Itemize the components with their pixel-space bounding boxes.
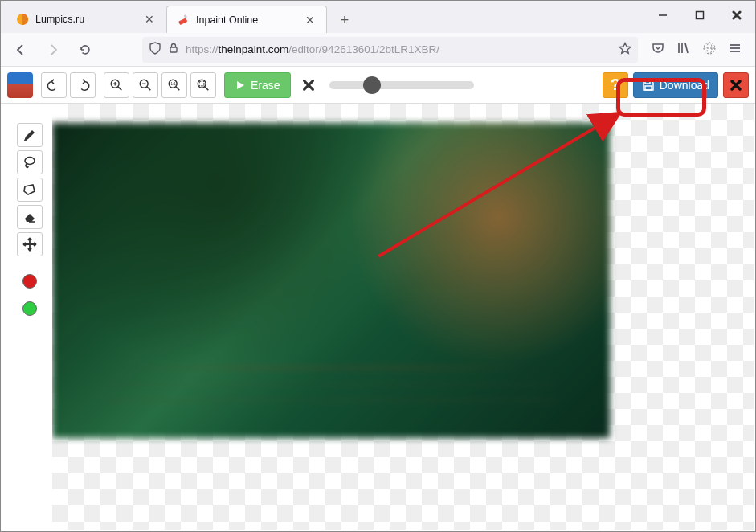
svg-line-15 bbox=[118, 86, 122, 90]
bookmark-star-icon[interactable] bbox=[619, 42, 631, 57]
svg-point-24 bbox=[198, 80, 206, 88]
undo-button[interactable] bbox=[41, 72, 67, 98]
zoom-actual-button[interactable]: 1:1 bbox=[161, 72, 187, 98]
canvas-area[interactable] bbox=[52, 104, 754, 530]
save-icon bbox=[642, 79, 655, 92]
svg-point-8 bbox=[704, 43, 715, 54]
svg-rect-29 bbox=[645, 80, 650, 84]
url-bar[interactable]: https://theinpaint.com/editor/942613601/… bbox=[142, 37, 638, 63]
play-icon bbox=[235, 80, 246, 91]
eraser-tool-button[interactable] bbox=[17, 205, 43, 229]
library-icon[interactable] bbox=[676, 41, 691, 59]
green-dot-icon bbox=[22, 301, 37, 316]
svg-text:1:1: 1:1 bbox=[171, 82, 177, 86]
lasso-tool-button[interactable] bbox=[17, 150, 43, 174]
hamburger-menu-icon[interactable] bbox=[728, 41, 742, 59]
window-close-button[interactable] bbox=[718, 1, 755, 30]
window-minimize-button[interactable] bbox=[644, 1, 681, 30]
url-protocol: https:// bbox=[186, 43, 219, 55]
polygon-tool-button[interactable] bbox=[17, 178, 43, 202]
zoom-in-button[interactable] bbox=[104, 72, 129, 98]
svg-rect-4 bbox=[697, 12, 704, 19]
nav-forward-button[interactable] bbox=[41, 38, 65, 62]
erase-button[interactable]: Erase bbox=[224, 72, 291, 98]
url-domain: theinpaint.com bbox=[219, 43, 289, 55]
favicon-inpaint bbox=[177, 14, 190, 27]
extension-globe-icon[interactable] bbox=[702, 41, 717, 59]
browser-tab-lumpics[interactable]: Lumpics.ru ✕ bbox=[6, 6, 166, 33]
svg-line-22 bbox=[176, 86, 180, 90]
url-path: /editor/942613601/2btLR1XBR/ bbox=[288, 43, 439, 55]
svg-rect-2 bbox=[184, 14, 187, 18]
help-icon: ? bbox=[611, 76, 620, 94]
mask-green-button[interactable] bbox=[17, 297, 43, 321]
close-editor-button[interactable] bbox=[723, 72, 749, 98]
move-tool-button[interactable] bbox=[17, 232, 43, 256]
app-logo bbox=[7, 72, 33, 98]
favicon-lumpics bbox=[16, 13, 29, 26]
mask-red-button[interactable] bbox=[17, 269, 43, 293]
svg-rect-30 bbox=[645, 86, 652, 90]
svg-rect-7 bbox=[170, 47, 177, 52]
redo-button[interactable] bbox=[70, 72, 96, 98]
new-tab-button[interactable]: + bbox=[332, 7, 358, 33]
editor-image[interactable] bbox=[52, 123, 610, 438]
red-dot-icon bbox=[22, 274, 37, 289]
tab-close-icon[interactable]: ✕ bbox=[304, 14, 317, 27]
svg-line-25 bbox=[205, 86, 208, 90]
lock-icon bbox=[168, 43, 179, 56]
svg-rect-26 bbox=[200, 81, 204, 85]
svg-line-19 bbox=[147, 86, 151, 90]
erase-label: Erase bbox=[251, 79, 280, 92]
browser-tab-title: Lumpics.ru bbox=[35, 14, 143, 25]
slider-thumb[interactable] bbox=[363, 76, 381, 94]
download-label: Download bbox=[660, 79, 709, 92]
pocket-icon[interactable] bbox=[651, 41, 665, 59]
window-maximize-button[interactable] bbox=[681, 1, 718, 30]
svg-rect-1 bbox=[178, 18, 187, 25]
cancel-erase-button[interactable] bbox=[296, 72, 321, 98]
help-button[interactable]: ? bbox=[603, 72, 628, 98]
browser-tab-inpaint[interactable]: Inpaint Online ✕ bbox=[166, 6, 327, 33]
brush-size-slider[interactable] bbox=[329, 81, 474, 89]
nav-reload-button[interactable] bbox=[73, 38, 97, 62]
nav-back-button[interactable] bbox=[9, 38, 33, 62]
zoom-fit-button[interactable] bbox=[190, 72, 216, 98]
zoom-out-button[interactable] bbox=[133, 72, 158, 98]
tab-close-icon[interactable]: ✕ bbox=[143, 13, 156, 26]
shield-icon bbox=[149, 42, 161, 57]
svg-point-33 bbox=[25, 158, 35, 165]
url-text: https://theinpaint.com/editor/942613601/… bbox=[186, 43, 612, 55]
download-button[interactable]: Download bbox=[633, 72, 718, 98]
marker-tool-button[interactable] bbox=[17, 123, 43, 147]
browser-tab-title: Inpaint Online bbox=[196, 14, 304, 26]
